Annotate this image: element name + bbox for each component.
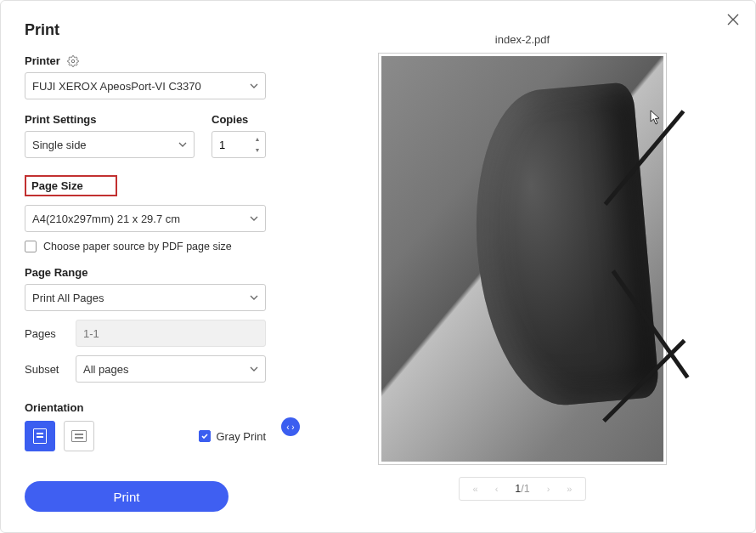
subset-label: Subset — [25, 363, 64, 376]
chevron-down-icon — [178, 140, 187, 149]
print-settings-selected: Single side — [32, 139, 87, 151]
chevron-down-icon — [250, 214, 258, 223]
orientation-landscape-button[interactable] — [64, 421, 94, 451]
pager-first-icon[interactable]: « — [473, 484, 478, 494]
gray-print-checkbox[interactable] — [199, 430, 211, 442]
printer-select[interactable]: FUJI XEROX ApeosPort-VI C3370 — [25, 72, 266, 99]
close-icon[interactable] — [726, 13, 740, 26]
subset-selected: All pages — [83, 363, 128, 376]
page-range-select[interactable]: Print All Pages — [25, 284, 266, 311]
gear-icon[interactable] — [67, 55, 79, 67]
print-dialog: Print Printer FUJI XEROX ApeosPort-VI C3… — [0, 0, 756, 533]
landscape-icon — [71, 430, 87, 442]
copies-stepper: ▲ ▼ — [251, 133, 263, 156]
subset-select[interactable]: All pages — [76, 355, 266, 383]
orientation-label: Orientation — [25, 401, 266, 414]
paper-source-label: Choose paper source by PDF page size — [43, 241, 232, 252]
page-range-selected: Print All Pages — [32, 292, 104, 304]
page-range-label: Page Range — [25, 266, 266, 279]
svg-point-0 — [71, 60, 75, 63]
chevron-down-icon — [250, 293, 258, 302]
page-size-label: Page Size — [25, 175, 117, 196]
printer-selected: FUJI XEROX ApeosPort-VI C3370 — [32, 80, 201, 93]
settings-panel: Print Printer FUJI XEROX ApeosPort-VI C3… — [1, 1, 290, 532]
paper-source-checkbox[interactable] — [25, 241, 37, 252]
pages-label: Pages — [25, 327, 64, 340]
pager-prev-icon[interactable]: ‹ — [495, 484, 499, 494]
preview-filename: index-2.pdf — [495, 33, 550, 46]
print-button[interactable]: Print — [25, 481, 228, 512]
preview-pager: « ‹ 1/1 › » — [459, 477, 587, 501]
page-size-highlight: Page Size — [25, 175, 266, 196]
print-settings-select[interactable]: Single side — [25, 131, 195, 158]
printer-label-row: Printer — [25, 54, 266, 67]
check-icon — [200, 432, 209, 440]
copies-step-down[interactable]: ▼ — [251, 145, 263, 156]
copies-step-up[interactable]: ▲ — [251, 133, 263, 145]
preview-image — [381, 56, 663, 462]
page-size-select[interactable]: A4(210x297mm) 21 x 29.7 cm — [25, 205, 266, 232]
chevron-down-icon — [250, 365, 258, 373]
paper-source-row: Choose paper source by PDF page size — [25, 241, 266, 252]
pager-page-number: 1/1 — [515, 483, 529, 495]
preview-panel: ‹ › index-2.pdf « ‹ 1/1 › » — [290, 1, 755, 532]
dialog-title: Print — [25, 21, 266, 39]
pages-input[interactable] — [76, 320, 266, 347]
print-settings-label: Print Settings — [25, 113, 195, 126]
pager-last-icon[interactable]: » — [567, 484, 572, 494]
copies-label: Copies — [212, 113, 266, 126]
printer-label: Printer — [25, 54, 60, 67]
gray-print-label: Gray Print — [216, 430, 266, 443]
orientation-portrait-button[interactable] — [25, 421, 55, 451]
portrait-icon — [33, 428, 47, 444]
panel-resize-handle[interactable]: ‹ › — [281, 417, 300, 436]
pager-next-icon[interactable]: › — [547, 484, 550, 494]
preview-page — [378, 53, 667, 465]
page-size-selected: A4(210x297mm) 21 x 29.7 cm — [32, 213, 180, 225]
chevron-down-icon — [250, 82, 258, 90]
